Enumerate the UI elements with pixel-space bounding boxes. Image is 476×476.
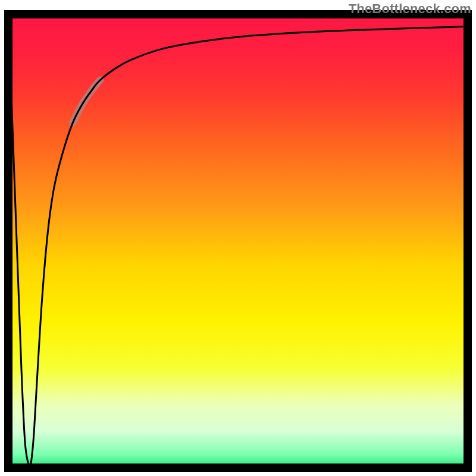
plot-background <box>8 14 468 468</box>
watermark-text: TheBottleneck.com <box>349 1 471 17</box>
bottleneck-chart <box>0 0 476 476</box>
chart-stage: TheBottleneck.com <box>0 0 476 476</box>
